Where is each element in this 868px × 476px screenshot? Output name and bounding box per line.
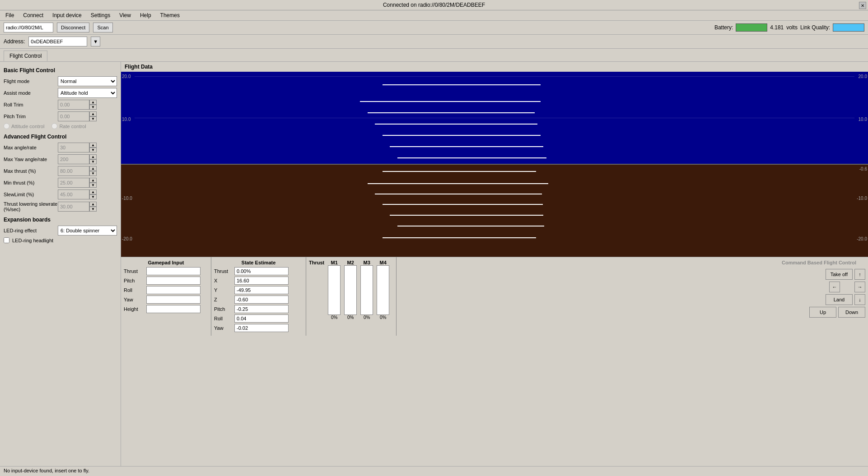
- gamepad-yaw-input[interactable]: [146, 296, 201, 304]
- state-y-value[interactable]: [234, 286, 289, 294]
- menu-input-device[interactable]: Input device: [49, 11, 85, 19]
- gamepad-height-input[interactable]: [146, 305, 201, 313]
- roll-trim-up[interactable]: ▲: [89, 100, 97, 105]
- left-panel: Basic Flight Control Flight mode Normal …: [0, 62, 121, 466]
- state-z-row: Z: [214, 296, 303, 304]
- up-button[interactable]: Up: [809, 307, 836, 318]
- state-yaw-value[interactable]: [234, 324, 289, 332]
- menu-help[interactable]: Help: [136, 11, 155, 19]
- min-thrust-row: Min thrust (%) ▲ ▼: [4, 178, 117, 188]
- state-thrust-value[interactable]: [234, 267, 289, 275]
- state-roll-label: Roll: [214, 316, 234, 321]
- led-ring-row: LED-ring effect 1: Off 2: White spinner …: [4, 226, 117, 236]
- min-thrust-down[interactable]: ▼: [89, 183, 97, 188]
- state-z-label: Z: [214, 297, 234, 302]
- state-estimate-title: State Estimate: [214, 260, 303, 265]
- flight-data-section: Flight Data 20.0 10.0 20.0 10.0: [121, 62, 868, 257]
- state-pitch-value[interactable]: [234, 305, 289, 313]
- menu-view[interactable]: View: [116, 11, 135, 19]
- motor-m2-bar-container: [344, 265, 357, 315]
- state-estimate-section: State Estimate Thrust X Y Z: [211, 257, 306, 336]
- down-arrow-button[interactable]: ↓: [854, 294, 865, 305]
- state-y-label: Y: [214, 287, 234, 293]
- max-thrust-down[interactable]: ▼: [89, 171, 97, 176]
- chart-line-5: [383, 135, 541, 136]
- left-arrow-button[interactable]: ←: [829, 282, 840, 292]
- radio-url-input[interactable]: [4, 23, 53, 32]
- menu-file[interactable]: File: [2, 11, 18, 19]
- pitch-trim-input[interactable]: [58, 111, 89, 121]
- chart-line-l7: [383, 237, 536, 238]
- take-off-button[interactable]: Take off: [826, 269, 853, 280]
- state-roll-value[interactable]: [234, 314, 289, 323]
- address-label: Address:: [4, 38, 25, 45]
- assist-mode-select[interactable]: Altitude hold Position hold None: [58, 88, 117, 98]
- slew-limit-up[interactable]: ▲: [89, 189, 97, 194]
- pitch-trim-down[interactable]: ▼: [89, 116, 97, 121]
- pitch-trim-up[interactable]: ▲: [89, 111, 97, 116]
- max-yaw-row: Max Yaw angle/rate ▲ ▼: [4, 154, 117, 164]
- rate-control-radio[interactable]: [51, 123, 57, 129]
- max-angle-down[interactable]: ▼: [89, 148, 97, 153]
- attitude-control-radio[interactable]: [4, 123, 9, 129]
- max-angle-up[interactable]: ▲: [89, 143, 97, 148]
- chart-line-4: [375, 124, 537, 125]
- thrust-lowering-input[interactable]: [58, 202, 89, 212]
- slew-limit-down[interactable]: ▼: [89, 194, 97, 199]
- max-angle-label: Max angle/rate: [4, 145, 58, 150]
- tab-flight-control[interactable]: Flight Control: [4, 51, 47, 61]
- max-angle-input[interactable]: [58, 143, 89, 153]
- menu-connect[interactable]: Connect: [19, 11, 47, 19]
- pitch-trim-spin: ▲ ▼: [58, 111, 97, 121]
- roll-trim-down[interactable]: ▼: [89, 105, 97, 110]
- command-section: Command Based Flight Control Take off ↑ …: [397, 257, 868, 336]
- up-arrow-button[interactable]: ↑: [854, 269, 865, 280]
- chart-label-neg10-left: -10.0: [122, 196, 132, 201]
- max-thrust-up[interactable]: ▲: [89, 166, 97, 171]
- thrust-lowering-down[interactable]: ▼: [89, 207, 97, 212]
- slew-limit-input[interactable]: [58, 189, 89, 199]
- address-input[interactable]: [28, 37, 87, 46]
- motor-m2-col: M2 0%: [344, 260, 357, 320]
- menu-themes[interactable]: Themes: [157, 11, 183, 19]
- down-button[interactable]: Down: [838, 307, 865, 318]
- link-quality-label: Link Quality:: [800, 24, 830, 31]
- disconnect-button[interactable]: Disconnect: [57, 23, 89, 32]
- max-yaw-down[interactable]: ▼: [89, 159, 97, 164]
- state-z-value[interactable]: [234, 296, 289, 304]
- motor-m1-bar-container: [328, 265, 341, 315]
- pitch-trim-row: Pitch Trim ▲ ▼: [4, 111, 117, 121]
- close-button[interactable]: ✕: [859, 2, 866, 9]
- roll-trim-input[interactable]: [58, 100, 89, 110]
- thrust-lowering-label: Thrust lowering slewrate (%/sec): [4, 201, 58, 212]
- led-ring-select[interactable]: 1: Off 2: White spinner 3: Color spinner…: [58, 226, 117, 236]
- max-yaw-up[interactable]: ▲: [89, 154, 97, 159]
- gamepad-roll-input[interactable]: [146, 286, 201, 294]
- scan-button[interactable]: Scan: [93, 23, 112, 32]
- led-headlight-checkbox[interactable]: [4, 237, 9, 243]
- content-area: Basic Flight Control Flight mode Normal …: [0, 61, 868, 466]
- land-button[interactable]: Land: [826, 294, 853, 305]
- address-dropdown-button[interactable]: ▼: [91, 37, 100, 46]
- gamepad-pitch-input[interactable]: [146, 277, 201, 285]
- motor-m3-value: 0%: [364, 315, 370, 320]
- state-x-value[interactable]: [234, 277, 289, 285]
- gamepad-thrust-input[interactable]: [146, 267, 201, 275]
- motors-container: M1 0% M2: [328, 260, 389, 320]
- menu-settings[interactable]: Settings: [87, 11, 114, 19]
- roll-trim-spin: ▲ ▼: [58, 100, 97, 110]
- right-arrow-button[interactable]: →: [854, 282, 865, 292]
- max-yaw-input[interactable]: [58, 154, 89, 164]
- state-x-label: X: [214, 278, 234, 283]
- min-thrust-up[interactable]: ▲: [89, 178, 97, 183]
- flight-mode-select[interactable]: Normal Advanced: [58, 76, 117, 86]
- menu-bar: File Connect Input device Settings View …: [0, 10, 868, 21]
- thrust-lowering-row: Thrust lowering slewrate (%/sec) ▲ ▼: [4, 201, 117, 212]
- control-mode-row: Attitude control Rate control: [4, 123, 117, 129]
- max-thrust-input[interactable]: [58, 166, 89, 176]
- led-headlight-label: LED-ring headlight: [12, 238, 53, 243]
- chart-line-l5: [390, 215, 543, 216]
- min-thrust-input[interactable]: [58, 178, 89, 188]
- thrust-lowering-up[interactable]: ▲: [89, 202, 97, 207]
- max-angle-spin: ▲ ▼: [58, 143, 97, 153]
